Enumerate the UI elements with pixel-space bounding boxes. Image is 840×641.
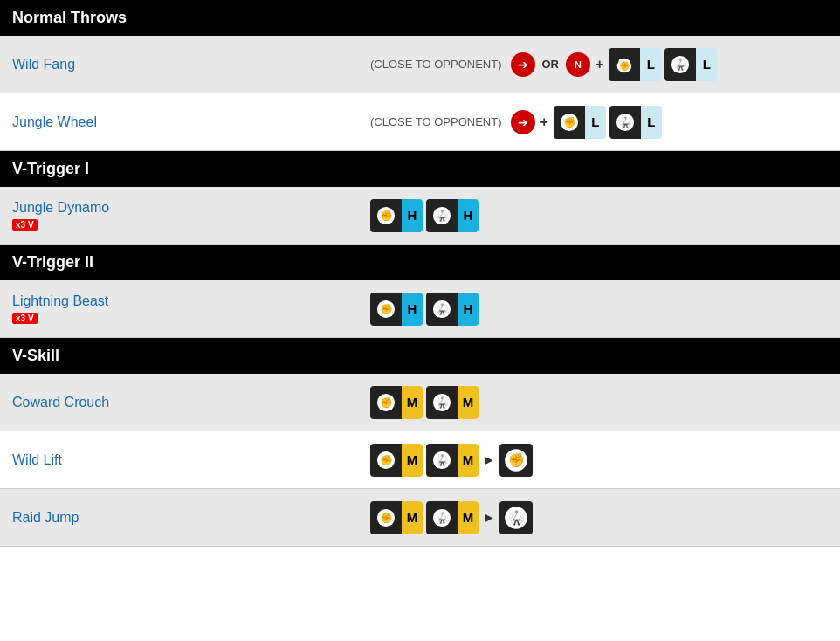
kick-icon-5: 🥋 [426, 386, 458, 419]
plus-symbol-2: + [539, 114, 550, 130]
move-name-jungle-wheel: Jungle Wheel [0, 106, 358, 139]
svg-text:✊: ✊ [507, 451, 524, 467]
kick-L-button-2: 🥋 L [609, 106, 662, 139]
svg-text:✊: ✊ [380, 510, 393, 523]
svg-text:🥋: 🥋 [618, 114, 631, 128]
svg-text:✊: ✊ [619, 59, 630, 71]
move-row-jungle-wheel: Jungle Wheel (CLOSE TO OPPONENT) ➔ + ✊ L [0, 93, 840, 151]
fist-followup-icon: ✊ [499, 444, 533, 477]
svg-text:🥋: 🥋 [436, 395, 449, 408]
kick-L-button: 🥋 L [664, 48, 717, 81]
M-label-2: M [402, 444, 423, 477]
move-name-wild-fang: Wild Fang [0, 48, 358, 81]
kick-followup-icon: 🥋 [499, 501, 533, 534]
kick-icon-7: 🥋 [426, 501, 458, 534]
section-vskill: V-Skill Coward Crouch ✊ M [0, 338, 840, 547]
kick-M-button-2: 🥋 M [426, 444, 479, 477]
punch-M-button: ✊ M [370, 386, 423, 419]
close-to-opponent-text-2: (CLOSE TO OPPONENT) [370, 115, 502, 128]
H-label: H [402, 199, 423, 232]
svg-text:🥋: 🥋 [436, 452, 449, 465]
section-header-vskill: V-Skill [0, 338, 840, 374]
section-header-normal-throws: Normal Throws [0, 0, 840, 36]
M-label: M [402, 386, 423, 419]
follow-up-arrow-2: ► [482, 510, 496, 526]
plus-symbol: + [594, 57, 605, 72]
move-name-lightning-beast: Lightning Beast x3 V [0, 285, 358, 334]
svg-text:✊: ✊ [380, 452, 393, 465]
kick-H-button-2: 🥋 H [426, 293, 479, 326]
kick-icon-3: 🥋 [426, 199, 458, 232]
vtrigger-badge-2: x3 V [12, 313, 38, 324]
M-label-kick: M [458, 386, 479, 419]
svg-text:✊: ✊ [380, 301, 393, 314]
section-header-vtrigger-i: V-Trigger I [0, 151, 840, 187]
punch-icon-7: ✊ [370, 501, 402, 534]
move-inputs-lightning-beast: ✊ H 🥋 H [358, 286, 840, 333]
svg-text:✊: ✊ [380, 395, 393, 408]
M-label-3: M [402, 501, 423, 534]
kick-M-button: 🥋 M [426, 386, 479, 419]
or-label: OR [539, 58, 563, 71]
move-name-jungle-dynamo: Jungle Dynamo x3 V [0, 191, 358, 240]
direction-neutral-icon: N [566, 52, 590, 77]
H-label-2: H [402, 293, 423, 326]
svg-text:✊: ✊ [562, 114, 575, 128]
kick-M-button-3: 🥋 M [426, 501, 479, 534]
L-label: L [640, 48, 661, 81]
follow-up-arrow: ► [482, 452, 496, 468]
move-name-coward-crouch: Coward Crouch [0, 386, 358, 419]
punch-icon: ✊ [609, 48, 640, 81]
punch-M-button-3: ✊ M [370, 501, 423, 534]
svg-text:🥋: 🥋 [436, 208, 449, 221]
move-name-raid-jump: Raid Jump [0, 501, 358, 534]
direction-forward-icon: ➔ [511, 52, 535, 77]
svg-text:🥋: 🥋 [507, 508, 524, 525]
move-row-coward-crouch: Coward Crouch ✊ M � [0, 374, 840, 431]
punch-H-button: ✊ H [370, 199, 423, 232]
M-label-kick-2: M [458, 444, 479, 477]
kick-H-button: 🥋 H [426, 199, 479, 232]
kick-icon-4: 🥋 [426, 293, 458, 326]
punch-H-button-2: ✊ H [370, 293, 423, 326]
direction-forward-icon-2: ➔ [511, 110, 535, 134]
kick-icon-2: 🥋 [609, 106, 641, 139]
section-normal-throws: Normal Throws Wild Fang (CLOSE TO OPPONE… [0, 0, 840, 151]
move-row-lightning-beast: Lightning Beast x3 V ✊ H [0, 280, 840, 338]
vtrigger-badge: x3 V [12, 219, 38, 231]
move-inputs-jungle-dynamo: ✊ H 🥋 H [358, 192, 840, 239]
kick-icon-6: 🥋 [426, 444, 458, 477]
H-label-kick: H [458, 199, 479, 232]
section-vtrigger-i: V-Trigger I Jungle Dynamo x3 V ✊ H [0, 151, 840, 245]
punch-icon-5: ✊ [370, 386, 402, 419]
punch-L-button-2: ✊ L [554, 106, 606, 139]
move-inputs-wild-lift: ✊ M 🥋 M ► [358, 437, 840, 484]
L-label-2: L [585, 106, 606, 139]
H-label-kick-2: H [458, 293, 479, 326]
move-inputs-wild-fang: (CLOSE TO OPPONENT) ➔ OR N + [358, 41, 840, 88]
move-row-raid-jump: Raid Jump ✊ M 🥋 [0, 489, 840, 547]
move-inputs-raid-jump: ✊ M 🥋 M ► [358, 494, 840, 541]
punch-icon-3: ✊ [370, 199, 402, 232]
svg-text:🥋: 🥋 [674, 57, 687, 70]
close-to-opponent-text: (CLOSE TO OPPONENT) [370, 58, 502, 71]
move-inputs-coward-crouch: ✊ M 🥋 M [358, 379, 840, 426]
M-label-kick-3: M [458, 501, 479, 534]
punch-L-button: ✊ L [609, 48, 661, 81]
move-inputs-jungle-wheel: (CLOSE TO OPPONENT) ➔ + ✊ L [358, 99, 840, 146]
move-name-wild-lift: Wild Lift [0, 444, 358, 477]
move-row-wild-lift: Wild Lift ✊ M 🥋 [0, 431, 840, 489]
punch-icon-2: ✊ [554, 106, 585, 139]
move-row-wild-fang: Wild Fang (CLOSE TO OPPONENT) ➔ OR N + [0, 36, 840, 93]
move-row-jungle-dynamo: Jungle Dynamo x3 V ✊ H [0, 187, 840, 245]
punch-icon-4: ✊ [370, 293, 402, 326]
kick-icon: 🥋 [664, 48, 696, 81]
svg-text:✊: ✊ [380, 208, 393, 221]
punch-icon-6: ✊ [370, 444, 402, 477]
punch-M-button-2: ✊ M [370, 444, 423, 477]
L-label-kick-2: L [641, 106, 662, 139]
move-list: Normal Throws Wild Fang (CLOSE TO OPPONE… [0, 0, 840, 547]
section-header-vtrigger-ii: V-Trigger II [0, 245, 840, 280]
L-label-kick: L [696, 48, 717, 81]
svg-text:🥋: 🥋 [436, 301, 449, 314]
